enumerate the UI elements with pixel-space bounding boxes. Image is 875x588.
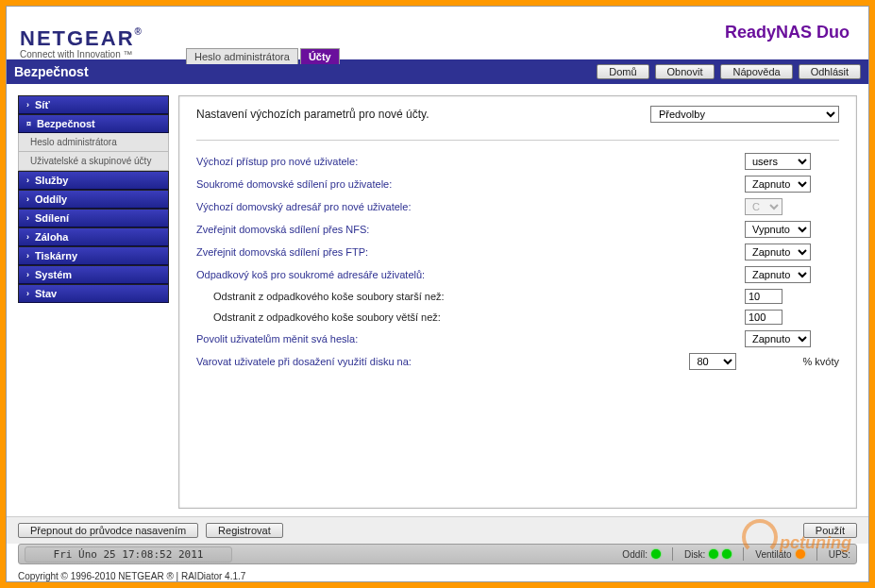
label-private-home: Soukromé domovské sdílení pro uživatele:	[196, 178, 745, 190]
select-private-home[interactable]: Zapnuto	[745, 176, 811, 193]
product-name: ReadyNAS Duo	[725, 23, 855, 59]
sidebar: ›Síť ¤Bezpečnost Heslo administrátora Už…	[18, 95, 169, 509]
sidebar-item-shares[interactable]: ›Sdílení	[18, 209, 169, 227]
status-fan: Ventiláto	[755, 549, 804, 560]
brand-reg: ®	[135, 26, 143, 37]
chevron-right-icon: ›	[26, 176, 29, 185]
page-title: Bezpečnost	[14, 64, 89, 79]
input-recycle-size[interactable]	[745, 310, 782, 325]
sidebar-item-network[interactable]: ›Síť	[18, 95, 169, 114]
chevron-right-icon: ›	[26, 100, 29, 109]
sidebar-item-system[interactable]: ›Systém	[18, 265, 169, 284]
home-button[interactable]: Domů	[597, 64, 648, 79]
label-warn-quota: Varovat uživatele při dosažení využití d…	[196, 356, 689, 367]
tabs: Heslo administrátora Účty	[186, 48, 340, 64]
footer-buttons: Přepnout do průvodce nasavením Registrov…	[7, 516, 868, 544]
status-dot-icon	[651, 549, 661, 559]
chevron-right-icon: ›	[26, 289, 29, 298]
sidebar-item-printers[interactable]: ›Tiskárny	[18, 246, 169, 265]
tab-admin-password[interactable]: Heslo administrátora	[186, 48, 298, 64]
header: NETGEAR® Connect with Innovation ™ Ready…	[7, 7, 868, 59]
sidebar-item-label: Systém	[35, 269, 72, 280]
app-frame: NETGEAR® Connect with Innovation ™ Ready…	[6, 6, 869, 582]
sidebar-item-backup[interactable]: ›Záloha	[18, 227, 169, 246]
status-dot-icon	[796, 549, 805, 559]
label-recycle-age: Odstranit z odpadkového koše soubory sta…	[196, 291, 745, 302]
main-heading: Nastavení výchozích parametrů pro nové ú…	[196, 108, 429, 121]
select-recycle[interactable]: Zapnuto	[745, 266, 811, 283]
label-default-home-dir: Výchozí domovský adresář pro nové uživat…	[196, 201, 745, 212]
sidebar-item-label: Stav	[35, 288, 57, 299]
sidebar-item-status[interactable]: ›Stav	[18, 284, 169, 303]
status-bar: Fri Úno 25 17:08:52 2011 Oddíl: Disk: Ve…	[18, 544, 857, 564]
chevron-right-icon: ›	[26, 213, 29, 223]
tab-accounts[interactable]: Účty	[300, 48, 340, 64]
select-warn-quota[interactable]: 80	[689, 353, 736, 370]
main-panel: Nastavení výchozích parametrů pro nové ú…	[178, 95, 857, 509]
status-ups: UPS:	[829, 549, 850, 560]
status-volume: Oddíl:	[622, 549, 661, 560]
sidebar-item-label: Bezpečnost	[37, 118, 95, 129]
wizard-button[interactable]: Přepnout do průvodce nasavením	[18, 523, 198, 538]
input-recycle-age[interactable]	[745, 289, 782, 304]
sidebar-sub-user-group-accounts[interactable]: Uživatelské a skupinové účty	[18, 152, 169, 171]
sidebar-item-volumes[interactable]: ›Oddíly	[18, 190, 169, 209]
select-nfs[interactable]: Vypnuto	[745, 221, 811, 238]
sidebar-item-label: Síť	[35, 99, 50, 110]
sidebar-item-label: Služby	[35, 175, 68, 186]
chevron-right-icon: ›	[26, 251, 29, 260]
content: ›Síť ¤Bezpečnost Heslo administrátora Už…	[7, 84, 868, 516]
sidebar-sub-admin-password[interactable]: Heslo administrátora	[18, 133, 169, 152]
select-allow-pw[interactable]: Zapnuto	[745, 330, 811, 347]
chevron-right-icon: ›	[26, 194, 29, 204]
brand-tagline: Connect with Innovation ™	[20, 49, 143, 59]
select-ftp[interactable]: Zapnuto	[745, 244, 811, 260]
label-ftp: Zveřejnit domovská sdílení přes FTP:	[196, 246, 745, 258]
suffix-quota: % kvóty	[802, 356, 839, 367]
label-default-group: Výchozí přístup pro nové uživatele:	[196, 156, 745, 167]
label-nfs: Zveřejnit domovská sdílení přes NFS:	[196, 224, 745, 235]
top-buttons: Domů Obnovit Nápověda Odhlásit	[597, 64, 861, 79]
chevron-down-icon: ¤	[26, 119, 31, 128]
refresh-button[interactable]: Obnovit	[655, 64, 715, 79]
label-allow-pw: Povolit uživatelům měnit svá hesla:	[196, 333, 745, 344]
view-select[interactable]: Předvolby	[650, 106, 839, 123]
status-disk: Disk:	[684, 549, 732, 560]
brand-logo: NETGEAR® Connect with Innovation ™	[20, 26, 143, 59]
sidebar-item-security[interactable]: ¤Bezpečnost	[18, 114, 169, 133]
status-dot-icon	[709, 549, 718, 559]
register-button[interactable]: Registrovat	[206, 523, 283, 538]
copyright: Copyright © 1996-2010 NETGEAR ® | RAIDia…	[7, 568, 868, 581]
label-recycle-size: Odstranit z odpadkového koše soubory vět…	[196, 311, 745, 323]
status-dot-icon	[722, 549, 732, 559]
divider	[196, 140, 839, 141]
chevron-right-icon: ›	[26, 232, 29, 242]
status-time: Fri Úno 25 17:08:52 2011	[25, 546, 232, 563]
logout-button[interactable]: Odhlásit	[799, 64, 861, 79]
help-button[interactable]: Nápověda	[720, 64, 792, 79]
select-default-group[interactable]: users	[745, 153, 811, 170]
sidebar-item-label: Oddíly	[35, 193, 67, 205]
sidebar-item-label: Záloha	[35, 231, 68, 243]
brand-name: NETGEAR	[20, 26, 135, 50]
select-default-home-dir: C	[745, 198, 782, 215]
sidebar-item-label: Sdílení	[35, 212, 69, 224]
label-recycle: Odpadkový koš pro soukromé adresáře uživ…	[196, 269, 745, 280]
apply-button[interactable]: Použít	[803, 523, 857, 538]
sidebar-item-services[interactable]: ›Služby	[18, 171, 169, 190]
sidebar-item-label: Tiskárny	[35, 250, 77, 261]
title-bar: Bezpečnost Domů Obnovit Nápověda Odhlási…	[7, 59, 868, 84]
chevron-right-icon: ›	[26, 270, 29, 279]
